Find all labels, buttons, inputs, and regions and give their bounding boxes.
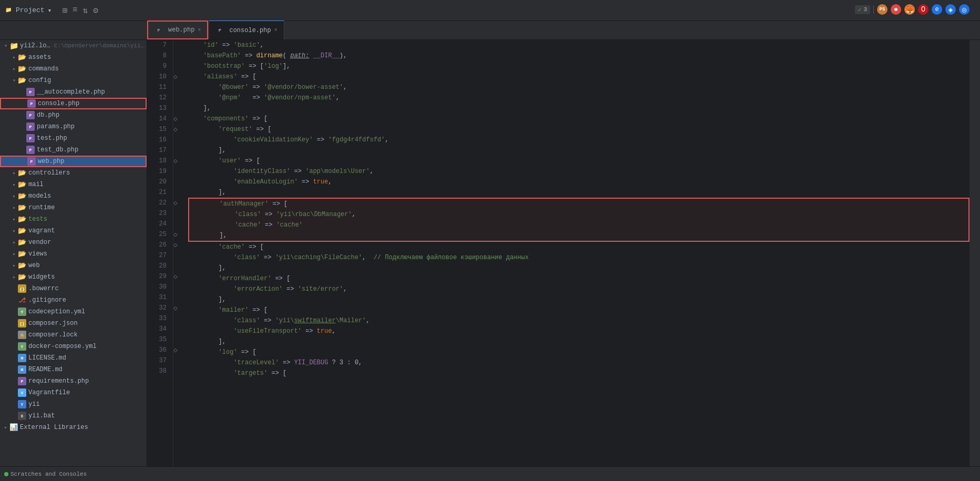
sidebar-item-root[interactable]: 📁 yii2.local C:\OpenServer\domains\yii2.…: [0, 40, 147, 52]
line-num-27: 27: [147, 250, 167, 261]
scratches-item[interactable]: Scratches and Consoles: [4, 471, 87, 477]
sidebar-item-composer-lock[interactable]: 🔒 composer.lock: [0, 329, 147, 341]
sidebar-item-gitignore[interactable]: ⎇ .gitignore: [0, 294, 147, 306]
sort-icon[interactable]: ⇅: [83, 5, 88, 16]
opera-icon[interactable]: O: [918, 4, 929, 15]
sidebar-item-commands[interactable]: 📂 commands: [0, 63, 147, 75]
sidebar-item-license[interactable]: M LICENSE.md: [0, 352, 147, 364]
codeception-icon: Y: [18, 308, 26, 316]
sidebar-models-label: models: [28, 192, 51, 200]
sidebar-yii-label: yii: [28, 401, 40, 408]
sidebar-item-readme[interactable]: M README.md: [0, 364, 147, 375]
runtime-icon: 📂: [18, 203, 26, 212]
runtime-arrow: [11, 204, 18, 211]
top-bar: 📁 Project ▾ ⊞ ≡ ⇅ ⚙: [0, 0, 980, 21]
line-num-28: 28: [147, 261, 167, 271]
sidebar-item-web-php[interactable]: P web.php: [0, 156, 147, 167]
sidebar-item-bowerrc[interactable]: {} .bowerrc: [0, 283, 147, 294]
sidebar-item-mail[interactable]: 📂 mail: [0, 179, 147, 190]
sidebar-bowerrc-label: .bowerrc: [28, 285, 59, 292]
sidebar-item-models[interactable]: 📂 models: [0, 190, 147, 202]
main-area: 📁 yii2.local C:\OpenServer\domains\yii2.…: [0, 40, 980, 466]
sidebar-item-docker-compose[interactable]: Y docker-compose.yml: [0, 341, 147, 352]
console-php-icon: P: [27, 99, 36, 108]
sidebar-item-test-php[interactable]: P test.php: [0, 132, 147, 144]
sidebar-item-console-php[interactable]: P console.php: [0, 98, 147, 109]
sidebar-item-yii[interactable]: Y yii: [0, 398, 147, 410]
line-num-36: 36: [147, 345, 167, 355]
sidebar-assets-label: assets: [28, 54, 51, 61]
code-line-17: ],: [188, 145, 969, 156]
project-menu[interactable]: 📁 Project ▾: [4, 5, 51, 16]
sidebar-item-params-php[interactable]: P params.php: [0, 121, 147, 132]
project-icon: 📁: [4, 5, 13, 16]
phpstorm-browser-icon[interactable]: PS: [877, 4, 888, 15]
tab-console-php-close[interactable]: ×: [274, 27, 277, 33]
line-num-13: 13: [147, 103, 167, 114]
sidebar-codeception-label: codeception.yml: [28, 308, 85, 315]
sidebar-item-config[interactable]: 📂 config: [0, 75, 147, 86]
sidebar-item-vagrantfile[interactable]: V Vagrantfile: [0, 387, 147, 398]
sidebar-item-autocomplete[interactable]: P __autocomplete.php: [0, 86, 147, 98]
line-num-12: 12: [147, 93, 167, 103]
docker-compose-icon: Y: [18, 342, 26, 351]
root-arrow: [2, 42, 9, 49]
check-icon: ✓: [858, 6, 862, 13]
sidebar-item-assets[interactable]: 📂 assets: [0, 52, 147, 63]
sidebar-docker-compose-label: docker-compose.yml: [28, 343, 97, 350]
sidebar-item-runtime[interactable]: 📂 runtime: [0, 202, 147, 213]
sidebar-item-composer-json[interactable]: {} composer.json: [0, 318, 147, 329]
sidebar-item-vendor[interactable]: 📂 vendor: [0, 237, 147, 248]
config-arrow: [11, 77, 18, 84]
line-num-20: 20: [147, 177, 167, 187]
assets-icon: 📂: [18, 53, 26, 62]
edge-icon[interactable]: ◈: [945, 4, 956, 15]
code-container: 7 8 9 10 11 12 13 14 15 16 17 18 19 20 2…: [147, 40, 980, 466]
menu-icon[interactable]: ≡: [73, 5, 78, 16]
ie-icon[interactable]: e: [932, 4, 942, 15]
sidebar-item-web[interactable]: 📂 web: [0, 260, 147, 271]
sidebar-item-test-db-php[interactable]: P test_db.php: [0, 144, 147, 156]
sidebar-test-php-label: test.php: [37, 135, 67, 142]
line-num-11: 11: [147, 82, 167, 93]
code-line-27: 'class' => 'yii\caching\FileCache', // П…: [188, 252, 969, 263]
safari-icon[interactable]: ◎: [959, 4, 969, 15]
sidebar-item-requirements[interactable]: P requirements.php: [0, 375, 147, 387]
web-php-file-icon: P: [154, 26, 163, 34]
sidebar-item-codeception[interactable]: Y codeception.yml: [0, 306, 147, 318]
code-line-26: 'cache' => [: [188, 242, 969, 252]
code-line-11: '@bower' => '@vendor/bower-asset',: [188, 82, 969, 93]
line-num-22: 22: [147, 198, 167, 208]
sidebar-item-db-php[interactable]: P db.php: [0, 109, 147, 121]
firefox-icon[interactable]: 🦊: [904, 4, 915, 15]
test-php-icon: P: [26, 134, 35, 142]
chrome-icon[interactable]: ●: [891, 4, 901, 15]
tab-web-php[interactable]: P web.php ×: [147, 21, 208, 39]
sidebar-item-yii-bat[interactable]: B yii.bat: [0, 410, 147, 422]
views-arrow: [11, 250, 18, 258]
config-icon: 📂: [18, 76, 26, 85]
code-line-29: 'errorHandler' => [: [188, 273, 969, 284]
sidebar-item-vagrant[interactable]: 📂 vagrant: [0, 225, 147, 237]
line-num-26: 26: [147, 240, 167, 250]
controllers-icon: 📂: [18, 169, 26, 177]
views-icon: 📂: [18, 250, 26, 258]
code-line-13: ],: [188, 103, 969, 114]
code-line-32: 'mailer' => [: [188, 305, 969, 315]
sidebar-item-widgets[interactable]: 📂 widgets: [0, 271, 147, 283]
globe-icon[interactable]: ⊞: [62, 5, 67, 16]
sidebar-requirements-label: requirements.php: [28, 377, 89, 385]
line-numbers: 7 8 9 10 11 12 13 14 15 16 17 18 19 20 2…: [147, 40, 173, 466]
sidebar-item-controllers[interactable]: 📂 controllers: [0, 167, 147, 179]
code-line-23: 'class' => 'yii\rbac\DbManager',: [189, 209, 968, 220]
sidebar-item-external-libraries[interactable]: 📊 External Libraries: [0, 422, 147, 433]
vagrant-icon: 📂: [18, 227, 26, 235]
tab-console-php[interactable]: P console.php ×: [209, 21, 284, 39]
settings-icon[interactable]: ⚙: [93, 5, 98, 16]
sidebar-item-tests[interactable]: 📂 tests: [0, 213, 147, 225]
tab-web-php-close[interactable]: ×: [198, 27, 201, 33]
line-num-25: 25: [147, 229, 167, 240]
code-editor[interactable]: 'id' => 'basic', 'basePath' => dirname( …: [184, 40, 969, 466]
models-arrow: [11, 192, 18, 200]
sidebar-item-views[interactable]: 📂 views: [0, 248, 147, 260]
